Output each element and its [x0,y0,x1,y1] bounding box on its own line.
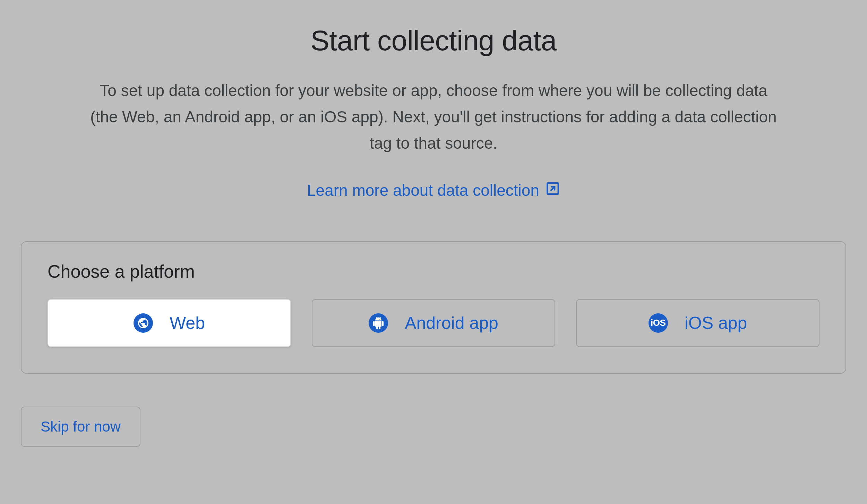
learn-more-label: Learn more about data collection [307,181,539,200]
platform-android-label: Android app [405,313,498,333]
ios-icon-text: iOS [651,318,666,328]
page-description: To set up data collection for your websi… [87,78,780,157]
page-title: Start collecting data [21,24,846,57]
skip-label: Skip for now [41,418,121,435]
header-section: Start collecting data To set up data col… [21,24,846,200]
ios-icon: iOS [649,313,668,333]
main-container: Start collecting data To set up data col… [21,24,846,447]
platform-web-button[interactable]: Web [48,299,291,347]
platform-web-label: Web [170,313,205,333]
skip-button[interactable]: Skip for now [21,407,140,447]
platform-card: Choose a platform Web Android app [21,241,846,374]
platform-ios-label: iOS app [685,313,747,333]
platform-options: Web Android app iOS iOS app [48,299,819,347]
platform-heading: Choose a platform [48,261,819,282]
android-icon [369,313,388,333]
platform-android-button[interactable]: Android app [312,299,555,347]
platform-ios-button[interactable]: iOS iOS app [576,299,819,347]
learn-more-link[interactable]: Learn more about data collection [307,181,560,200]
globe-icon [134,313,153,333]
external-link-icon [546,181,560,200]
